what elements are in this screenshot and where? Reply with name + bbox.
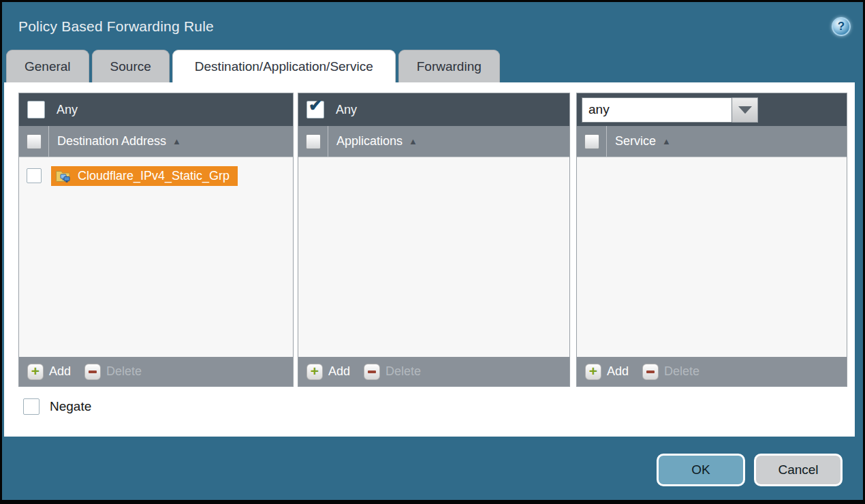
service-select-all-checkbox[interactable] — [584, 134, 599, 149]
sort-asc-icon: ▲ — [409, 136, 418, 146]
service-footer-bar: + Add Delete — [577, 357, 847, 386]
negate-checkbox[interactable] — [23, 398, 40, 415]
destination-header-label: Destination Address — [57, 134, 166, 148]
negate-row: Negate — [18, 398, 855, 415]
applications-header-label: Applications — [336, 134, 403, 148]
add-icon: + — [585, 364, 601, 380]
applications-any-checkbox[interactable]: ✔ — [306, 101, 324, 119]
service-header-checkbox-cell — [577, 126, 607, 157]
applications-footer-bar: + Add Delete — [298, 357, 569, 386]
service-dropdown[interactable]: any — [582, 97, 758, 123]
service-add-button[interactable]: + Add — [585, 364, 629, 380]
delete-button-label: Delete — [386, 364, 421, 379]
service-list — [577, 157, 847, 357]
applications-list — [298, 157, 569, 357]
destination-header-checkbox-cell — [19, 126, 49, 157]
destination-column-header[interactable]: Destination Address ▲ — [19, 126, 293, 157]
sort-asc-icon: ▲ — [172, 136, 181, 146]
tab-content-panel: Any Destination Address ▲ — [4, 82, 855, 437]
tab-destination-application-service[interactable]: Destination/Application/Service — [172, 50, 396, 82]
negate-label: Negate — [50, 399, 91, 414]
add-icon: + — [27, 364, 44, 380]
applications-delete-button[interactable]: Delete — [364, 364, 421, 380]
add-button-label: Add — [49, 364, 71, 379]
tab-strip: General Source Destination/Application/S… — [6, 50, 500, 82]
destination-address-column: Any Destination Address ▲ — [18, 93, 294, 387]
ok-button[interactable]: OK — [657, 454, 745, 486]
columns-container: Any Destination Address ▲ — [18, 93, 855, 387]
service-dropdown-button[interactable] — [732, 97, 758, 123]
applications-header-checkbox-cell — [298, 126, 328, 157]
delete-icon — [364, 364, 380, 380]
policy-based-forwarding-dialog: Policy Based Forwarding Rule ? General S… — [0, 0, 865, 504]
dialog-title: Policy Based Forwarding Rule — [18, 18, 214, 35]
service-delete-button[interactable]: Delete — [642, 364, 699, 380]
applications-column-header[interactable]: Applications ▲ — [298, 126, 569, 157]
row-checkbox[interactable] — [27, 168, 42, 183]
tab-source[interactable]: Source — [92, 50, 170, 82]
delete-icon — [642, 364, 659, 380]
applications-select-all-checkbox[interactable] — [306, 134, 321, 149]
dialog-button-bar: OK Cancel — [657, 454, 843, 486]
table-row: Cloudflare_IPv4_Static_Grp — [19, 163, 293, 188]
add-button-label: Add — [328, 364, 350, 379]
checkmark-icon: ✔ — [309, 97, 322, 114]
applications-add-button[interactable]: + Add — [306, 364, 350, 380]
destination-select-all-checkbox[interactable] — [27, 134, 42, 149]
tab-general[interactable]: General — [6, 50, 89, 82]
destination-any-bar: Any — [19, 93, 293, 126]
title-bar: Policy Based Forwarding Rule ? — [2, 2, 863, 46]
delete-button-label: Delete — [664, 364, 699, 379]
service-dropdown-value[interactable]: any — [582, 97, 732, 123]
address-group-icon — [55, 169, 72, 183]
destination-delete-button[interactable]: Delete — [84, 364, 142, 380]
service-any-bar: any — [577, 93, 847, 126]
applications-any-label: Any — [336, 103, 357, 117]
applications-column: ✔ Any Applications ▲ + Add — [298, 93, 570, 387]
destination-any-checkbox[interactable] — [27, 101, 45, 119]
destination-address-name: Cloudflare_IPv4_Static_Grp — [78, 169, 230, 183]
help-icon[interactable]: ? — [832, 17, 851, 36]
service-header-label: Service — [615, 134, 656, 148]
destination-list: Cloudflare_IPv4_Static_Grp — [19, 157, 293, 357]
service-column-header[interactable]: Service ▲ — [577, 126, 847, 157]
sort-asc-icon: ▲ — [662, 136, 671, 146]
delete-icon — [84, 364, 101, 380]
add-icon: + — [306, 364, 323, 380]
add-button-label: Add — [607, 364, 629, 379]
chevron-down-icon — [738, 106, 752, 114]
service-column: any Service ▲ + — [576, 93, 847, 387]
tab-forwarding[interactable]: Forwarding — [398, 50, 500, 82]
destination-any-label: Any — [57, 103, 78, 117]
delete-button-label: Delete — [106, 364, 142, 379]
destination-add-button[interactable]: + Add — [27, 364, 71, 380]
cancel-button[interactable]: Cancel — [754, 454, 843, 486]
destination-footer-bar: + Add Delete — [19, 357, 293, 386]
destination-address-entry[interactable]: Cloudflare_IPv4_Static_Grp — [51, 166, 238, 186]
applications-any-bar: ✔ Any — [298, 93, 569, 126]
